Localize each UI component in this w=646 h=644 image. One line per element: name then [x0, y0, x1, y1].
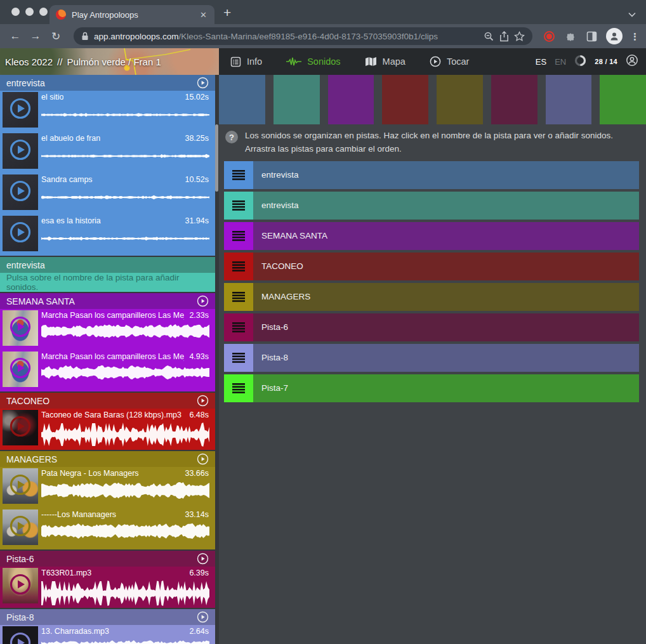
clip-play-icon[interactable] — [9, 315, 32, 341]
lang-en-button[interactable]: EN — [555, 57, 566, 67]
track-row-entrevista-2[interactable]: entrevista — [224, 192, 639, 220]
drag-handle-icon — [232, 292, 245, 302]
track-header[interactable]: entrevista — [0, 257, 215, 273]
clip-waveform — [41, 151, 209, 161]
track-row-label[interactable]: TACONEO — [261, 261, 303, 271]
clip-play-icon[interactable] — [9, 180, 32, 205]
clip-duration: 15.02s — [185, 93, 209, 102]
back-button[interactable]: ← — [6, 30, 24, 43]
clip-play-icon[interactable] — [9, 473, 32, 499]
track-row-label[interactable]: Pista-7 — [261, 383, 288, 393]
drag-handle[interactable] — [224, 161, 253, 189]
tab-close-icon[interactable]: ✕ — [199, 10, 208, 20]
track-play-icon[interactable] — [197, 453, 209, 468]
track-play-icon[interactable] — [197, 553, 209, 567]
track-row-label[interactable]: Pista-8 — [261, 353, 288, 362]
track-header[interactable]: entrevista — [0, 75, 215, 91]
bookmark-star-icon[interactable] — [514, 31, 525, 42]
share-icon[interactable] — [499, 31, 509, 42]
browser-menu-icon[interactable]: ⋮ — [630, 35, 640, 38]
clip-los-mananagers[interactable]: ------Los Mananagers33.14s — [0, 508, 215, 549]
drag-handle[interactable] — [224, 344, 253, 372]
clip-pata-negra[interactable]: Pata Negra - Los Managers33.66s — [0, 467, 215, 508]
clip-play-icon[interactable] — [9, 573, 32, 598]
browser-profile-avatar[interactable] — [606, 28, 623, 44]
track-color-swatches — [219, 75, 646, 124]
drag-handle[interactable] — [224, 253, 253, 280]
clip-t633r01[interactable]: T633R01.mp36.39s — [0, 567, 215, 608]
tab-info[interactable]: Info — [230, 56, 262, 67]
clip-play-icon[interactable] — [9, 631, 32, 644]
drag-handle[interactable] — [224, 283, 253, 311]
clip-sandra-camps[interactable]: Sandra camps10.52s — [0, 173, 215, 214]
track-row-pista-7[interactable]: Pista-7 — [224, 374, 639, 402]
track-row-label[interactable]: entrevista — [261, 200, 299, 210]
new-tab-button[interactable]: + — [223, 5, 231, 20]
clip-marcha-campanilleros-2[interactable]: Marcha Pasan los campanilleros Las Mejor… — [0, 350, 215, 391]
track-row-entrevista-1[interactable]: entrevista — [224, 161, 639, 189]
drag-handle[interactable] — [224, 192, 253, 220]
track-play-icon[interactable] — [197, 395, 209, 409]
clip-name: el abuelo de fran — [41, 134, 100, 143]
clip-taconeo-sara-baras[interactable]: Taconeo de Sara Baras (128 kbps).mp36.48… — [0, 409, 215, 450]
clip-duration: 10.52s — [185, 175, 209, 184]
clip-play-icon[interactable] — [9, 415, 32, 440]
color-swatch — [274, 75, 320, 124]
clip-charradas[interactable]: 13. Charradas.mp32.64s — [0, 625, 215, 644]
track-header[interactable]: MANAGERS — [0, 451, 215, 467]
lang-es-button[interactable]: ES — [536, 57, 546, 67]
tab-sonidos[interactable]: Sonidos — [286, 56, 340, 67]
close-window-icon[interactable] — [11, 8, 20, 16]
clip-el-abuelo-de-fran[interactable]: el abuelo de fran38.25s — [0, 132, 215, 173]
clip-waveform — [41, 233, 209, 244]
track-header[interactable]: Pista-6 — [0, 551, 215, 567]
track-header[interactable]: TACONEO — [0, 393, 215, 409]
clip-play-icon[interactable] — [9, 515, 32, 540]
recording-indicator-icon[interactable] — [544, 31, 555, 42]
track-header[interactable]: Pista-8 — [0, 609, 215, 625]
clip-marcha-campanilleros-1[interactable]: Marcha Pasan los campanilleros Las Mejor… — [0, 309, 215, 350]
drag-handle-icon — [232, 353, 245, 363]
track-row-label[interactable]: entrevista — [261, 170, 299, 180]
browser-tab[interactable]: Play Antropoloops ✕ — [49, 5, 214, 24]
tab-search-chevron-icon[interactable] — [628, 8, 636, 20]
extensions-puzzle-icon[interactable] — [565, 30, 576, 42]
clip-play-icon[interactable] — [9, 138, 32, 164]
track-row-taconeo[interactable]: TACONEO — [224, 253, 639, 280]
track-play-icon[interactable] — [197, 295, 209, 310]
track-row-semana-santa[interactable]: SEMANA SANTA — [224, 222, 639, 250]
clip-play-icon[interactable] — [9, 357, 32, 382]
tab-tocar[interactable]: Tocar — [430, 56, 469, 67]
url-path: /Kleos-Santa-Marina/eef89185-e916-4d0d-8… — [179, 32, 438, 41]
track-header[interactable]: SEMANA SANTA — [0, 293, 215, 309]
clip-el-sitio[interactable]: el sitio15.02s — [0, 91, 215, 132]
url-bar[interactable]: app.antropoloops.com/Kleos-Santa-Marina/… — [74, 27, 532, 45]
account-icon[interactable] — [626, 54, 638, 69]
track-row-pista-6[interactable]: Pista-6 — [224, 313, 639, 341]
zoom-window-icon[interactable] — [39, 8, 48, 16]
clip-play-icon[interactable] — [9, 221, 32, 246]
track-row-label[interactable]: SEMANA SANTA — [261, 231, 327, 240]
track-row-label[interactable]: MANAGERS — [261, 292, 310, 301]
forward-button[interactable]: → — [27, 30, 44, 43]
app-tabs: Info Sonidos Mapa Tocar — [219, 48, 469, 75]
clip-play-icon[interactable] — [9, 97, 32, 122]
drag-handle[interactable] — [224, 374, 253, 402]
tab-mapa[interactable]: Mapa — [365, 56, 405, 67]
track-row-pista-8[interactable]: Pista-8 — [224, 344, 639, 372]
reload-button[interactable]: ↻ — [47, 30, 65, 43]
url-text: app.antropoloops.com/Kleos-Santa-Marina/… — [94, 32, 478, 41]
project-cover-photo[interactable]: Kleos 2022 // Pulmón verde / Fran 1 — [0, 48, 219, 75]
zoom-out-page-icon[interactable] — [484, 31, 494, 42]
track-row-label[interactable]: Pista-6 — [261, 322, 288, 332]
clip-esa-es-la-historia[interactable]: esa es la historia31.94s — [0, 214, 215, 256]
browser-window: Play Antropoloops ✕ + ← → ↻ app.antropol… — [0, 0, 646, 644]
track-row-managers[interactable]: MANAGERS — [224, 283, 639, 311]
drag-handle[interactable] — [224, 222, 253, 250]
drag-handle[interactable] — [224, 313, 253, 341]
sidebar-scrollbar[interactable] — [215, 124, 218, 192]
minimize-window-icon[interactable] — [25, 8, 34, 16]
track-play-icon[interactable] — [197, 77, 209, 91]
side-panel-icon[interactable] — [586, 31, 597, 42]
track-play-icon[interactable] — [197, 611, 209, 626]
